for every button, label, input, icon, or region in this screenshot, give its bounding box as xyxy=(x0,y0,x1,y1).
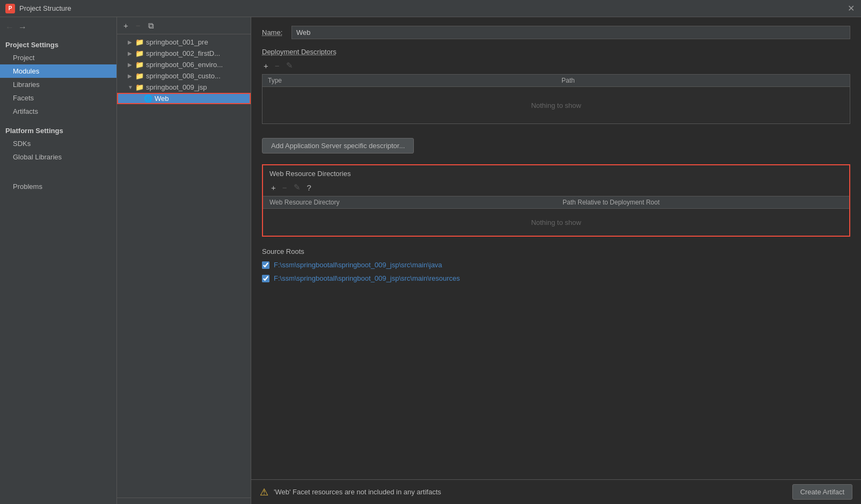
dd-add-button[interactable]: + xyxy=(262,61,270,71)
folder-icon: 📁 xyxy=(135,49,144,57)
folder-icon: 📁 xyxy=(135,72,144,80)
tree-item-sb002[interactable]: ▶ 📁 springboot_002_firstD... xyxy=(117,48,251,59)
forward-button[interactable]: → xyxy=(17,21,28,33)
source-root-resources-checkbox[interactable] xyxy=(262,275,269,282)
create-artifact-button[interactable]: Create Artifact xyxy=(792,484,852,500)
module-panel: + − ⧉ ▶ 📁 springboot_001_pre ▶ 📁 springb… xyxy=(117,17,251,504)
add-server-button[interactable]: Add Application Server specific descript… xyxy=(262,138,414,154)
folder-icon: 📁 xyxy=(135,83,144,91)
wrd-table-header: Web Resource Directory Path Relative to … xyxy=(263,196,849,209)
warning-bar: ⚠ 'Web' Facet resources are not included… xyxy=(251,479,861,504)
tree-item-sb001[interactable]: ▶ 📁 springboot_001_pre xyxy=(117,36,251,48)
wrd-table-body: Nothing to show xyxy=(263,209,849,236)
sidebar-item-facets[interactable]: Facets xyxy=(0,91,116,105)
tree-label: springboot_009_jsp xyxy=(146,83,207,91)
expand-icon: ▶ xyxy=(128,39,134,45)
folder-icon: 📁 xyxy=(135,61,144,69)
tree-item-sb009[interactable]: ▼ 📁 springboot_009_jsp xyxy=(117,82,251,93)
tree-label: springboot_001_pre xyxy=(146,38,208,46)
expand-icon: ▶ xyxy=(128,62,134,68)
tree-item-sb008[interactable]: ▶ 📁 springboot_008_custo... xyxy=(117,70,251,82)
expand-icon: ▶ xyxy=(128,50,134,56)
sidebar-item-project[interactable]: Project xyxy=(0,51,116,64)
app-icon: P xyxy=(5,4,15,13)
remove-module-button[interactable]: − xyxy=(134,20,143,31)
copy-module-button[interactable]: ⧉ xyxy=(146,20,156,31)
wrd-nothing-label: Nothing to show xyxy=(531,218,581,227)
dd-nothing-label: Nothing to show xyxy=(531,101,581,109)
expand-icon: ▼ xyxy=(128,84,134,90)
tree-label: springboot_006_enviro... xyxy=(146,61,223,69)
folder-icon: 📁 xyxy=(135,38,144,46)
wrd-edit-button[interactable]: ✎ xyxy=(292,182,302,193)
dd-remove-button[interactable]: − xyxy=(273,61,281,71)
name-input[interactable] xyxy=(291,26,850,39)
warning-icon: ⚠ xyxy=(260,486,268,498)
dd-table-body: Nothing to show xyxy=(262,86,850,124)
source-root-java-row: F:\ssm\springbootall\springboot_009_jsp\… xyxy=(262,260,850,270)
expand-icon: ▶ xyxy=(128,73,134,79)
tree-label: springboot_008_custo... xyxy=(146,72,221,80)
platform-settings-header: Platform Settings xyxy=(0,123,116,137)
sidebar-item-modules[interactable]: Modules xyxy=(0,64,116,78)
module-scrollbar[interactable] xyxy=(117,498,251,504)
dd-edit-button[interactable]: ✎ xyxy=(284,60,295,71)
sidebar-item-artifacts[interactable]: Artifacts xyxy=(0,105,116,118)
nav-arrows: ← → xyxy=(0,21,116,38)
wrd-add-button[interactable]: + xyxy=(269,182,278,193)
sidebar: ← → Project Settings Project Modules Lib… xyxy=(0,17,117,504)
wrd-toolbar: + − ✎ ? xyxy=(263,181,849,196)
module-tree: ▶ 📁 springboot_001_pre ▶ 📁 springboot_00… xyxy=(117,34,251,498)
project-settings-header: Project Settings xyxy=(0,38,116,51)
add-module-button[interactable]: + xyxy=(121,20,130,31)
tree-item-sb006[interactable]: ▶ 📁 springboot_006_enviro... xyxy=(117,59,251,70)
content-panel: Name: Deployment Descriptors + − ✎ Type … xyxy=(251,17,861,504)
tree-label: Web xyxy=(155,94,169,103)
module-toolbar: + − ⧉ xyxy=(117,17,251,34)
name-row: Name: xyxy=(262,26,850,39)
source-roots-section: Source Roots F:\ssm\springbootall\spring… xyxy=(262,247,850,283)
dd-col-type: Type xyxy=(262,75,556,86)
web-resource-directories-section: Web Resource Directories + − ✎ ? Web Res… xyxy=(262,164,850,237)
source-root-resources-path: F:\ssm\springbootall\springboot_009_jsp\… xyxy=(274,274,460,282)
title-bar: P Project Structure ✕ xyxy=(0,0,861,17)
warning-text: 'Web' Facet resources are not included i… xyxy=(274,488,787,496)
web-icon: 🌐 xyxy=(144,94,152,103)
dd-toolbar: + − ✎ xyxy=(262,60,850,71)
close-button[interactable]: ✕ xyxy=(848,3,855,13)
wrd-col-directory: Web Resource Directory xyxy=(263,196,556,208)
wrd-header: Web Resource Directories xyxy=(263,165,849,181)
wrd-help-button[interactable]: ? xyxy=(305,182,313,193)
wrd-remove-button[interactable]: − xyxy=(281,182,289,193)
deployment-descriptors-section: Deployment Descriptors + − ✎ Type Path N… xyxy=(262,48,850,124)
sidebar-item-libraries[interactable]: Libraries xyxy=(0,78,116,91)
window-title: Project Structure xyxy=(19,4,71,12)
wrd-col-path: Path Relative to Deployment Root xyxy=(556,196,849,208)
content-area: Name: Deployment Descriptors + − ✎ Type … xyxy=(251,17,861,479)
source-root-java-path: F:\ssm\springbootall\springboot_009_jsp\… xyxy=(274,261,442,269)
sidebar-item-global-libraries[interactable]: Global Libraries xyxy=(0,150,116,164)
deployment-descriptors-label: Deployment Descriptors xyxy=(262,48,850,56)
back-button[interactable]: ← xyxy=(4,21,15,33)
dd-table-header: Type Path xyxy=(262,74,850,86)
source-roots-label: Source Roots xyxy=(262,247,850,255)
sidebar-item-sdks[interactable]: SDKs xyxy=(0,137,116,150)
source-root-java-checkbox[interactable] xyxy=(262,261,269,269)
name-label: Name: xyxy=(262,28,286,36)
tree-item-web[interactable]: 🌐 Web xyxy=(117,93,251,104)
source-root-resources-row: F:\ssm\springbootall\springboot_009_jsp\… xyxy=(262,273,850,283)
sidebar-item-problems[interactable]: Problems xyxy=(0,180,116,193)
dd-col-path: Path xyxy=(556,75,850,86)
tree-label: springboot_002_firstD... xyxy=(146,49,220,57)
